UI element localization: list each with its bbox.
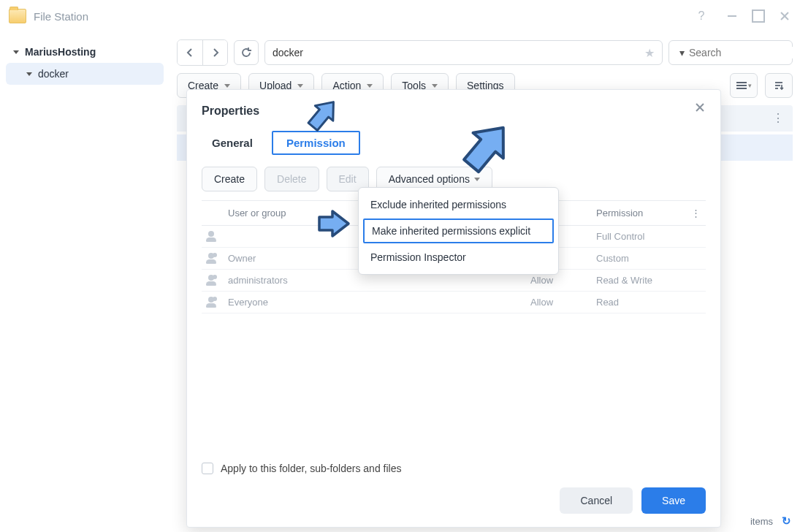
search-box[interactable]: ▾ [668,40,793,65]
row-user: administrators [228,275,530,286]
perm-delete-button: Delete [264,167,319,191]
caret-down-icon [13,50,19,54]
path-input[interactable] [273,47,644,58]
row-user: Everyone [228,297,530,308]
chevron-down-icon [297,84,303,88]
sidebar-item-docker[interactable]: docker [6,63,164,85]
col-perm-header: Permission [596,208,691,218]
save-button[interactable]: Save [641,487,706,514]
chevron-down-icon [432,84,438,88]
tab-general[interactable]: General [202,131,263,155]
annotation-arrow-icon [302,94,343,137]
dropdown-item-explicit[interactable]: Make inherited permissions explicit [363,218,554,243]
sidebar: MariusHosting docker [0,32,169,532]
close-window-button[interactable] [778,10,791,23]
cancel-button[interactable]: Cancel [560,487,633,514]
dropdown-item-exclude[interactable]: Exclude inherited permissions [359,192,558,217]
sidebar-root[interactable]: MariusHosting [6,41,164,63]
status-refresh-icon[interactable]: ↻ [782,514,791,528]
dropdown-item-inspector[interactable]: Permission Inspector [359,245,558,270]
annotation-arrow-icon [306,205,360,242]
favorite-star-icon[interactable]: ★ [644,46,655,60]
col-more-icon[interactable]: ⋮ [691,208,706,218]
column-more-icon[interactable]: ⋮ [772,111,784,125]
row-type: Allow [530,297,596,308]
chevron-down-icon [224,84,230,88]
status-items: items [750,516,773,527]
nav-forward-button[interactable] [202,40,227,65]
nav-back-button[interactable] [178,40,202,65]
perm-create-button[interactable]: Create [202,167,257,191]
modal-close-button[interactable] [693,100,707,115]
advanced-options-dropdown: Exclude inherited permissions Make inher… [358,187,559,275]
table-row[interactable]: Everyone Allow Read [202,292,706,314]
sidebar-root-label: MariusHosting [25,46,96,58]
path-input-container: ★ [264,40,663,65]
view-list-button[interactable]: ▾ [730,73,758,98]
apply-label: Apply to this folder, sub-folders and fi… [221,463,401,474]
annotation-arrow-icon [453,117,519,180]
minimize-button[interactable] [725,10,739,23]
help-icon[interactable]: ? [695,10,708,23]
row-perm: Custom [596,253,691,264]
window-title: File Station [34,10,695,23]
row-type: Allow [530,275,596,286]
search-input[interactable] [689,47,800,58]
sort-button[interactable] [765,73,793,98]
modal-title: Properties [202,104,706,118]
sidebar-item-label: docker [38,68,69,80]
app-folder-icon [9,9,26,23]
chevron-down-icon [367,84,373,88]
apply-checkbox[interactable] [202,463,213,474]
caret-down-icon [26,72,32,76]
row-perm: Read & Write [596,275,691,286]
row-perm: Read [596,297,691,308]
maximize-button[interactable] [752,10,765,23]
reload-button[interactable] [234,40,259,65]
row-perm: Full Control [596,231,691,242]
